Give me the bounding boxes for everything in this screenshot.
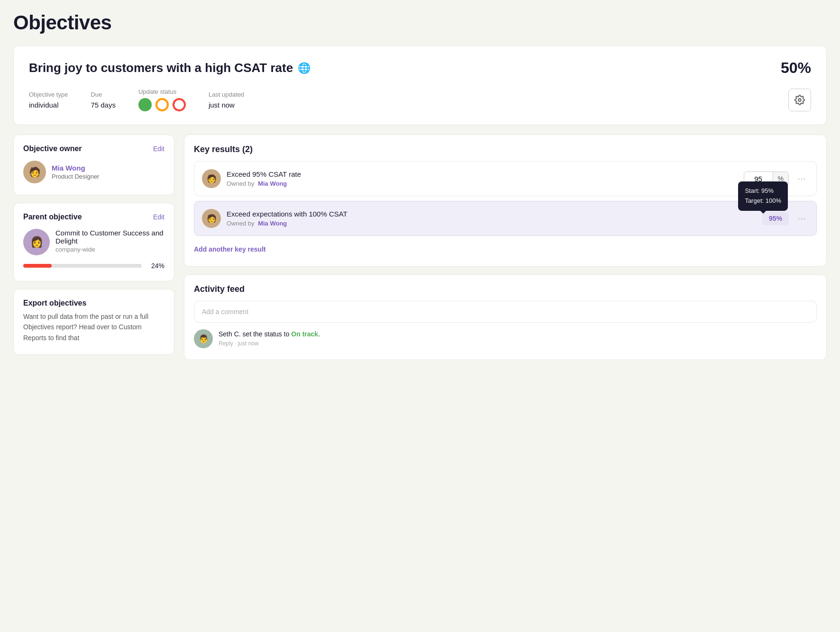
status-circle-red[interactable] — [173, 98, 186, 111]
owner-avatar: 🧑 — [23, 161, 46, 183]
parent-avatar: 👩 — [23, 229, 50, 255]
parent-obj-info: 👩 Commit to Customer Success and Delight… — [23, 229, 164, 255]
status-circle-green[interactable] — [138, 98, 152, 111]
left-column: Objective owner Edit 🧑 Mia Wong Product … — [13, 135, 174, 360]
owner-edit-link[interactable]: Edit — [153, 145, 164, 153]
tooltip-target: Target: 100% — [745, 196, 781, 206]
export-body: Want to pull data from the past or run a… — [23, 311, 164, 343]
parent-obj-name: Commit to Customer Success and Delight — [55, 229, 164, 245]
parent-progress-wrap: 24% — [23, 262, 164, 270]
kr2-owner-link[interactable]: Mia Wong — [258, 220, 287, 227]
activity-actor: Seth C. — [219, 330, 241, 338]
owner-info: 🧑 Mia Wong Product Designer — [23, 161, 164, 183]
parent-objective-card: Parent objective Edit 👩 Commit to Custom… — [13, 203, 174, 281]
kr2-avatar: 🧑 — [202, 209, 221, 228]
activity-item-1: 👨 Seth C. set the status to On track. Re… — [194, 329, 817, 348]
objective-owner-card: Objective owner Edit 🧑 Mia Wong Product … — [13, 135, 174, 195]
status-circle-orange[interactable] — [155, 98, 169, 111]
page-title: Objectives — [13, 11, 827, 34]
parent-progress-bar-fill — [23, 264, 52, 268]
main-objective-card: Bring joy to customers with a high CSAT … — [13, 45, 827, 125]
globe-icon: 🌐 — [298, 62, 310, 74]
key-results-title: Key results (2) — [194, 144, 817, 154]
kr2-badge: 95% — [762, 212, 789, 225]
activity-time: Reply · just now — [219, 340, 320, 347]
objective-percentage: 50% — [781, 59, 811, 77]
kr2-more-button[interactable]: ⋯ — [794, 211, 809, 226]
settings-button[interactable] — [788, 89, 811, 111]
objective-type-meta: Objective type individual — [29, 91, 68, 109]
kr1-owner: Owned by Mia Wong — [227, 180, 738, 187]
parent-card-title: Parent objective — [23, 213, 82, 221]
kr-item-2: 🧑 Exceed expectations with 100% CSAT Own… — [194, 201, 817, 236]
parent-edit-link[interactable]: Edit — [153, 213, 164, 221]
kr1-owner-link[interactable]: Mia Wong — [258, 180, 287, 187]
kr1-text: Exceed 95% CSAT rate Owned by Mia Wong — [227, 170, 738, 187]
tooltip-start: Start: 95% — [745, 186, 781, 196]
update-status-meta: Update status — [138, 88, 186, 111]
kr1-name: Exceed 95% CSAT rate — [227, 170, 738, 178]
activity-avatar: 👨 — [194, 329, 213, 348]
owner-card-title: Objective owner — [23, 144, 82, 153]
owner-name[interactable]: Mia Wong — [52, 164, 99, 172]
kr1-more-button[interactable]: ⋯ — [794, 172, 809, 186]
kr2-text: Exceed expectations with 100% CSAT Owned… — [227, 210, 757, 227]
kr2-owner: Owned by Mia Wong — [227, 220, 757, 227]
kr1-avatar: 🧑 — [202, 169, 221, 188]
kr-item-1: 🧑 Exceed 95% CSAT rate Owned by Mia Wong… — [194, 161, 817, 196]
due-meta: Due 75 days — [91, 91, 116, 109]
last-updated-meta: Last updated just now — [209, 91, 244, 109]
export-title: Export objectives — [23, 299, 164, 307]
objective-title: Bring joy to customers with a high CSAT … — [29, 61, 310, 75]
kr1-tooltip: Start: 95% Target: 100% — [738, 181, 788, 211]
gear-icon — [794, 95, 805, 105]
svg-point-0 — [798, 99, 801, 101]
parent-progress-label: 24% — [147, 262, 164, 270]
kr2-name: Exceed expectations with 100% CSAT — [227, 210, 757, 218]
add-key-result-link[interactable]: Add another key result — [194, 244, 266, 255]
export-objectives-card: Export objectives Want to pull data from… — [13, 289, 174, 355]
key-results-card: Key results (2) 🧑 Exceed 95% CSAT rate O… — [184, 135, 827, 267]
activity-text: Seth C. set the status to On track. — [219, 329, 320, 339]
comment-input[interactable]: Add a comment — [194, 301, 817, 323]
parent-obj-type: company-wide — [55, 246, 164, 253]
owner-role: Product Designer — [52, 173, 99, 180]
activity-feed-title: Activity feed — [194, 284, 817, 294]
content-area: Objective owner Edit 🧑 Mia Wong Product … — [13, 135, 827, 360]
right-column: Key results (2) 🧑 Exceed 95% CSAT rate O… — [184, 135, 827, 360]
activity-feed-card: Activity feed Add a comment 👨 Seth C. se… — [184, 274, 827, 360]
parent-progress-bar-bg — [23, 264, 142, 268]
